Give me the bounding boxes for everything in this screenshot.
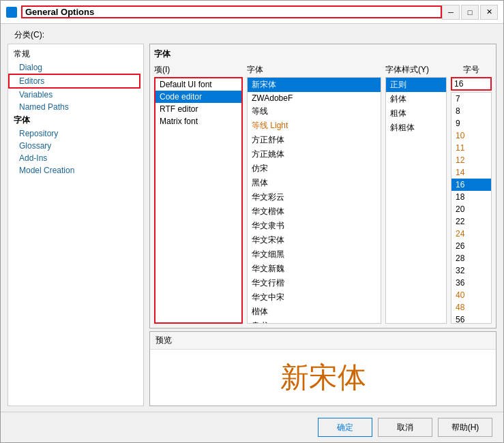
fontsize-list-item[interactable]: 9 — [451, 117, 491, 129]
tree-item-variables[interactable]: Variables — [8, 89, 143, 101]
cancel-button[interactable]: 取消 — [378, 418, 432, 437]
preview-title: 预览 — [150, 332, 496, 350]
fontsize-list-item[interactable]: 16 — [451, 179, 491, 191]
fontstyle-list-item[interactable]: 斜粗体 — [386, 121, 446, 135]
font-controls-row: 项(I) Default UI fontCode editorRTF edito… — [154, 64, 492, 324]
items-list-item[interactable]: Default UI font — [155, 78, 241, 91]
fontname-list-item[interactable]: 楷体 — [248, 305, 381, 319]
fontsize-list-item[interactable]: 20 — [451, 203, 491, 215]
fontname-list-item[interactable]: 方正姚体 — [248, 147, 381, 162]
fontstyle-listbox[interactable]: 正则斜体粗体斜粗体 — [385, 77, 447, 324]
fontname-list-item[interactable]: 华文楷体 — [248, 204, 381, 219]
fontname-list-item[interactable]: 华文行楷 — [248, 276, 381, 290]
close-button[interactable]: ✕ — [480, 5, 498, 20]
fontsize-list-item[interactable]: 7 — [451, 93, 491, 105]
fontsize-list-item[interactable]: 36 — [451, 277, 491, 289]
tree-item-add-ins[interactable]: Add-Ins — [8, 152, 143, 164]
fontsize-header: 字号 — [463, 64, 479, 76]
window-controls: ─ □ ✕ — [442, 5, 498, 20]
fontstyle-column: 字体样式(Y) 正则斜体粗体斜粗体 — [385, 64, 447, 324]
fontsize-list-item[interactable]: 56 — [451, 314, 491, 324]
fontsize-listbox[interactable]: 7891011121416182022242628323640485664728… — [451, 92, 492, 324]
fontname-list-item[interactable]: ZWAdobeF — [248, 92, 381, 104]
fontsize-input[interactable] — [451, 77, 492, 91]
fontsize-list-item[interactable]: 11 — [451, 142, 491, 154]
fontname-list-item[interactable]: 黑体 — [248, 176, 381, 190]
fontstyle-list-item[interactable]: 斜体 — [386, 92, 446, 106]
help-button[interactable]: 帮助(H) — [438, 418, 492, 437]
fontname-list-item[interactable]: 方正舒体 — [248, 133, 381, 147]
tree-item-glossary[interactable]: Glossary — [8, 140, 143, 152]
main-row: 常规 Dialog Editors Variables Named Paths … — [1, 44, 503, 412]
bottom-bar: 确定 取消 帮助(H) — [1, 412, 503, 442]
fontname-header: 字体 — [247, 64, 381, 76]
fontsize-list-item[interactable]: 28 — [451, 252, 491, 264]
font-section-title: 字体 — [154, 48, 492, 60]
fontsize-list-item[interactable]: 18 — [451, 191, 491, 203]
category-label: 分类(C): — [1, 24, 503, 44]
minimize-button[interactable]: ─ — [442, 5, 460, 20]
fontsize-header-box: 字号 — [451, 64, 492, 76]
fontsize-list-item[interactable]: 22 — [451, 215, 491, 228]
fontname-list-item[interactable]: 等线 Light — [248, 119, 381, 133]
fontname-column: 字体 新宋体ZWAdobeF等线等线 Light方正舒体方正姚体仿宋黑体华文彩云… — [247, 64, 381, 324]
fontname-list-item[interactable]: 华文细黑 — [248, 247, 381, 262]
fontname-list-item[interactable]: 华文中宋 — [248, 290, 381, 305]
fontname-listbox[interactable]: 新宋体ZWAdobeF等线等线 Light方正舒体方正姚体仿宋黑体华文彩云华文楷… — [247, 77, 381, 324]
ok-button[interactable]: 确定 — [318, 418, 372, 437]
tree-item-named-paths[interactable]: Named Paths — [8, 101, 143, 113]
tree-item-model-creation[interactable]: Model Creation — [8, 164, 143, 177]
items-list-item[interactable]: RTF editor — [155, 103, 241, 115]
fontstyle-list-item[interactable]: 正则 — [386, 78, 446, 92]
items-column: 项(I) Default UI fontCode editorRTF edito… — [154, 64, 243, 324]
fontsize-column: 字号 7891011121416182022242628323640485664… — [451, 64, 492, 324]
fontsize-list-item[interactable]: 14 — [451, 166, 491, 179]
preview-section: 预览 新宋体 — [149, 331, 496, 406]
font-section: 字体 项(I) Default UI fontCode editorRTF ed… — [149, 44, 496, 329]
items-list-item[interactable]: Code editor — [155, 91, 241, 103]
fontname-list-item[interactable]: 华文新魏 — [248, 262, 381, 276]
fontname-list-item[interactable]: 隶书 — [248, 319, 381, 324]
fontsize-list-item[interactable]: 40 — [451, 289, 491, 301]
fontsize-list-item[interactable]: 12 — [451, 154, 491, 166]
right-panel: 字体 项(I) Default UI fontCode editorRTF ed… — [149, 44, 496, 406]
fontsize-list-item[interactable]: 10 — [451, 129, 491, 142]
items-header: 项(I) — [154, 64, 243, 76]
title-bar: General Options ─ □ ✕ — [1, 1, 503, 24]
maximize-button[interactable]: □ — [461, 5, 479, 20]
tree-item-font[interactable]: 字体 — [8, 113, 143, 127]
items-list-item[interactable]: Matrix font — [155, 115, 241, 127]
fontname-list-item[interactable]: 新宋体 — [248, 78, 381, 92]
fontsize-list-item[interactable]: 24 — [451, 228, 491, 240]
tree-item-editors[interactable]: Editors — [8, 74, 140, 89]
items-listbox[interactable]: Default UI fontCode editorRTF editorMatr… — [154, 77, 243, 324]
fontstyle-list-item[interactable]: 粗体 — [386, 106, 446, 121]
fontstyle-header: 字体样式(Y) — [385, 64, 447, 76]
tree-item-dialog[interactable]: Dialog — [8, 61, 143, 74]
preview-content: 新宋体 — [150, 350, 496, 406]
fontname-list-item[interactable]: 等线 — [248, 104, 381, 119]
window-title: General Options — [21, 5, 442, 18]
fontsize-list-item[interactable]: 8 — [451, 105, 491, 117]
fontsize-list-item[interactable]: 32 — [451, 264, 491, 277]
fontname-list-item[interactable]: 仿宋 — [248, 162, 381, 176]
general-options-dialog: General Options ─ □ ✕ 分类(C): 常规 Dialog E… — [0, 0, 504, 443]
fontsize-list-item[interactable]: 48 — [451, 301, 491, 314]
category-tree[interactable]: 常规 Dialog Editors Variables Named Paths … — [8, 44, 144, 406]
tree-item-repository[interactable]: Repository — [8, 127, 143, 140]
content-area: 分类(C): 常规 Dialog Editors Variables Named… — [1, 24, 503, 442]
fontname-list-item[interactable]: 华文隶书 — [248, 219, 381, 233]
app-icon — [6, 7, 17, 18]
fontname-list-item[interactable]: 华文彩云 — [248, 190, 381, 204]
fontsize-list-item[interactable]: 26 — [451, 240, 491, 252]
fontname-list-item[interactable]: 华文宋体 — [248, 233, 381, 247]
tree-item-general[interactable]: 常规 — [8, 47, 143, 61]
